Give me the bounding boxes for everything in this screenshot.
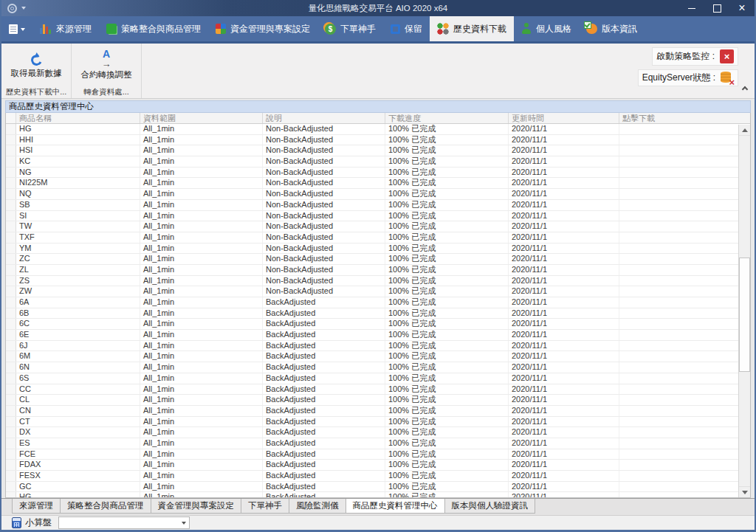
cell-click-download[interactable] — [619, 178, 738, 188]
row-selector-cell[interactable] — [6, 427, 16, 438]
calculator-icon[interactable] — [12, 517, 21, 528]
cell-click-download[interactable] — [619, 124, 738, 134]
column-header-description[interactable]: 說明 — [263, 113, 385, 123]
column-header-updated[interactable]: 更新時間 — [509, 113, 619, 123]
table-row[interactable]: 6S All_1min BackAdjusted 100% 已完成 2020/1… — [6, 373, 738, 384]
table-row[interactable]: FCE All_1min BackAdjusted 100% 已完成 2020/… — [6, 449, 738, 460]
ribbon-group-footer[interactable]: 轉倉資料處... — [72, 86, 141, 98]
table-row[interactable]: 6C All_1min BackAdjusted 100% 已完成 2020/1… — [6, 319, 738, 330]
column-header-product-name[interactable]: 商品名稱 — [16, 113, 140, 123]
table-row[interactable]: CL All_1min BackAdjusted 100% 已完成 2020/1… — [6, 395, 738, 406]
row-selector-cell[interactable] — [6, 189, 16, 199]
cell-click-download[interactable] — [619, 384, 738, 395]
cell-click-download[interactable] — [619, 254, 738, 264]
ribbon-collapse-button[interactable] — [743, 81, 747, 94]
table-row[interactable]: TW All_1min Non-BackAdjusted 100% 已完成 20… — [6, 221, 738, 232]
row-selector-cell[interactable] — [6, 156, 16, 167]
row-selector-cell[interactable] — [6, 417, 16, 427]
cell-click-download[interactable] — [619, 276, 738, 286]
ribbon-tab[interactable]: 來源管理 — [32, 16, 99, 41]
cell-click-download[interactable] — [619, 427, 738, 438]
row-selector-cell[interactable] — [6, 384, 16, 395]
table-row[interactable]: DX All_1min BackAdjusted 100% 已完成 2020/1… — [6, 427, 738, 438]
row-selector-cell[interactable] — [6, 200, 16, 210]
vertical-scrollbar[interactable] — [738, 125, 750, 497]
bottom-tab[interactable]: 策略整合與商品管理 — [60, 499, 151, 514]
table-row[interactable]: CT All_1min BackAdjusted 100% 已完成 2020/1… — [6, 417, 738, 428]
table-row[interactable]: CC All_1min BackAdjusted 100% 已完成 2020/1… — [6, 384, 738, 395]
cell-click-download[interactable] — [619, 145, 738, 156]
row-selector-cell[interactable] — [6, 362, 16, 373]
row-selector-cell[interactable] — [6, 124, 16, 134]
table-row[interactable]: 6J All_1min BackAdjusted 100% 已完成 2020/1… — [6, 341, 738, 352]
table-row[interactable]: ZS All_1min Non-BackAdjusted 100% 已完成 20… — [6, 276, 738, 287]
row-selector-cell[interactable] — [6, 167, 16, 178]
equity-server-status-button[interactable]: EquityServer狀態 : — [638, 69, 738, 86]
cell-click-download[interactable] — [619, 221, 738, 232]
row-selector-cell[interactable] — [6, 297, 16, 308]
scrollbar-thumb[interactable] — [739, 258, 750, 372]
scroll-down-arrow-icon[interactable] — [739, 486, 750, 497]
row-selector-cell[interactable] — [6, 232, 16, 243]
cell-click-download[interactable] — [619, 232, 738, 243]
table-row[interactable]: HHI All_1min Non-BackAdjusted 100% 已完成 2… — [6, 135, 738, 146]
row-selector-cell[interactable] — [6, 243, 16, 254]
row-selector-cell[interactable] — [6, 145, 16, 156]
table-row[interactable]: NQ All_1min Non-BackAdjusted 100% 已完成 20… — [6, 189, 738, 200]
ribbon-tab[interactable]: 下單神手 — [317, 16, 383, 41]
table-row[interactable]: SB All_1min Non-BackAdjusted 100% 已完成 20… — [6, 200, 738, 211]
cell-click-download[interactable] — [619, 438, 738, 449]
table-row[interactable]: ZW All_1min Non-BackAdjusted 100% 已完成 20… — [6, 286, 738, 297]
table-row[interactable]: HG All_1min Non-BackAdjusted 100% 已完成 20… — [6, 124, 738, 135]
table-row[interactable]: NG All_1min Non-BackAdjusted 100% 已完成 20… — [6, 167, 738, 179]
cell-click-download[interactable] — [619, 200, 738, 210]
row-selector-cell[interactable] — [6, 254, 16, 264]
table-row[interactable]: 6E All_1min BackAdjusted 100% 已完成 2020/1… — [6, 330, 738, 341]
cell-click-download[interactable] — [619, 330, 738, 340]
row-selector-cell[interactable] — [6, 471, 16, 481]
cell-click-download[interactable] — [619, 341, 738, 351]
table-row[interactable]: CN All_1min BackAdjusted 100% 已完成 2020/1… — [6, 406, 738, 417]
cell-click-download[interactable] — [619, 308, 738, 319]
ribbon-button[interactable]: 取得最新數據 — [1, 44, 71, 86]
cell-click-download[interactable] — [619, 265, 738, 275]
table-row[interactable]: GC All_1min BackAdjusted 100% 已完成 2020/1… — [6, 482, 738, 493]
row-selector-cell[interactable] — [6, 492, 16, 497]
cell-click-download[interactable] — [619, 482, 738, 492]
bottom-tab[interactable]: 商品歷史資料管理中心 — [346, 499, 445, 514]
cell-click-download[interactable] — [619, 395, 738, 405]
row-selector-cell[interactable] — [6, 319, 16, 329]
row-selector-cell[interactable] — [6, 211, 16, 221]
row-selector-cell[interactable] — [6, 438, 16, 449]
row-selector-cell[interactable] — [6, 286, 16, 297]
cell-click-download[interactable] — [619, 167, 738, 178]
cell-click-download[interactable] — [619, 460, 738, 470]
row-selector-header[interactable] — [6, 113, 16, 123]
cell-click-download[interactable] — [619, 286, 738, 297]
row-selector-cell[interactable] — [6, 341, 16, 351]
bottom-tab[interactable]: 下單神手 — [241, 499, 289, 514]
cell-click-download[interactable] — [619, 319, 738, 329]
file-menu-button[interactable] — [1, 16, 32, 41]
row-selector-cell[interactable] — [6, 276, 16, 286]
cell-click-download[interactable] — [619, 362, 738, 373]
minimize-button[interactable] — [679, 0, 704, 16]
table-row[interactable]: ZC All_1min Non-BackAdjusted 100% 已完成 20… — [6, 254, 738, 265]
cell-click-download[interactable] — [619, 243, 738, 254]
table-row[interactable]: 6A All_1min BackAdjusted 100% 已完成 2020/1… — [6, 297, 738, 308]
cell-click-download[interactable] — [619, 351, 738, 362]
ribbon-tab[interactable]: 資金管理與專案設定 — [208, 16, 317, 41]
cell-click-download[interactable] — [619, 156, 738, 167]
row-selector-cell[interactable] — [6, 482, 16, 492]
cell-click-download[interactable] — [619, 492, 738, 497]
cell-click-download[interactable] — [619, 135, 738, 145]
strategy-monitor-button[interactable]: 啟動策略監控 : — [652, 47, 738, 66]
row-selector-cell[interactable] — [6, 265, 16, 275]
cell-click-download[interactable] — [619, 297, 738, 308]
column-header-data-range[interactable]: 資料範圍 — [140, 113, 263, 123]
table-row[interactable]: 6M All_1min BackAdjusted 100% 已完成 2020/1… — [6, 351, 738, 362]
table-row[interactable]: HSI All_1min Non-BackAdjusted 100% 已完成 2… — [6, 145, 738, 156]
table-row[interactable]: SI All_1min Non-BackAdjusted 100% 已完成 20… — [6, 211, 738, 222]
ribbon-tab[interactable]: 保留 — [383, 16, 430, 41]
cell-click-download[interactable] — [619, 211, 738, 221]
